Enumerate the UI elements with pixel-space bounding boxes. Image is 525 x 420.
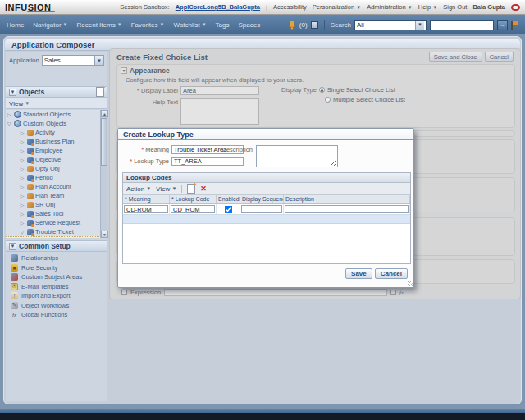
session-sandbox-link[interactable]: ApplCoreLong5B_BalaGupta — [176, 3, 260, 11]
tree-item-objective[interactable]: ▷Objective — [6, 155, 107, 164]
column-header-display-sequence[interactable]: Display Sequence — [240, 195, 284, 203]
nav-favorites[interactable]: Favorites▼ — [131, 21, 165, 29]
tree-item-business-plan[interactable]: ▷Business Plan — [6, 137, 107, 146]
tree-item-sr-obj[interactable]: ▷SR Obj — [6, 200, 107, 209]
objects-panel-header[interactable]: ▼ Objects — [6, 86, 107, 98]
collapse-icon[interactable]: ▼ — [121, 67, 127, 74]
nav-spaces[interactable]: Spaces — [239, 21, 261, 29]
row-description-input[interactable] — [285, 205, 409, 213]
action-menu-button[interactable]: Action▼ — [126, 185, 151, 193]
object-icon — [27, 175, 34, 181]
sidebar-item-role-security[interactable]: ■Role Security — [6, 263, 107, 273]
dialog-title: Create Lookup Type — [118, 129, 413, 140]
expand-icon[interactable]: ▷ — [19, 148, 25, 153]
collapse-icon[interactable]: ▼ — [9, 243, 16, 250]
multiple-select-radio[interactable] — [325, 97, 331, 103]
column-header-lookup-code[interactable]: * Lookup Code — [170, 195, 217, 203]
row-display-sequence-input[interactable] — [241, 205, 282, 213]
help-menu[interactable]: Help ▼ — [418, 3, 437, 11]
common-setup-header[interactable]: ▼ Common Setup — [6, 240, 107, 252]
tree-item-plan-team[interactable]: ▷Plan Team — [6, 191, 107, 200]
column-header-description[interactable]: Description — [284, 195, 410, 203]
cancel-button[interactable]: Cancel — [485, 52, 514, 62]
description-input[interactable] — [256, 145, 338, 167]
expression-checkbox[interactable] — [121, 290, 127, 295]
nav-tags[interactable]: Tags — [216, 21, 230, 29]
collapse-icon[interactable]: ▼ — [9, 89, 16, 96]
sidebar-item-import-export[interactable]: ↑Import and Export — [6, 291, 107, 301]
flag-icon[interactable] — [511, 21, 518, 30]
add-row-icon[interactable] — [187, 184, 195, 194]
view-menu-button[interactable]: View▼ — [9, 100, 30, 107]
sidebar-item-custom-subject-areas[interactable]: Custom Subject Areas — [6, 272, 107, 282]
collapse-icon[interactable]: ▽ — [6, 121, 12, 126]
notifications-bell-icon[interactable] — [288, 21, 296, 30]
scroll-up-icon[interactable]: ▲ — [101, 110, 108, 117]
scroll-thumb[interactable] — [101, 118, 107, 166]
tree-item-service-request[interactable]: ▷Service Request — [6, 218, 107, 227]
tree-item-period[interactable]: ▷Period — [6, 173, 107, 182]
tree-item-standard-objects[interactable]: ▷Standard Objects — [6, 110, 107, 119]
search-go-button[interactable]: → — [497, 20, 508, 30]
expand-icon[interactable]: ▷ — [19, 166, 25, 171]
expand-icon[interactable]: ▷ — [19, 202, 25, 208]
expand-icon[interactable]: ▷ — [19, 220, 25, 226]
sidebar-item-email-templates[interactable]: ✉E-Mail Templates — [6, 282, 107, 292]
tree-item-trouble-ticket[interactable]: ▽Trouble Ticket — [6, 227, 107, 236]
new-object-icon[interactable] — [96, 87, 104, 97]
table-row[interactable] — [123, 204, 410, 215]
save-and-close-button[interactable]: Save and Close — [429, 52, 482, 62]
scroll-down-icon[interactable]: ▼ — [101, 231, 108, 238]
administration-menu[interactable]: Administration ▼ — [367, 3, 413, 11]
tree-item-employee[interactable]: ▷Employee — [6, 146, 107, 155]
tree-item-sales-tool[interactable]: ▷Sales Tool — [6, 209, 107, 218]
display-label-input[interactable] — [180, 86, 259, 95]
expression-edit-icon[interactable] — [390, 290, 396, 295]
sidebar-item-relationships[interactable]: Relationships — [6, 253, 107, 263]
column-header-meaning[interactable]: * Meaning — [123, 195, 170, 203]
nav-home[interactable]: Home — [7, 21, 24, 29]
expand-icon[interactable]: ▷ — [19, 139, 25, 144]
expand-icon[interactable]: ▷ — [19, 175, 25, 180]
expand-icon[interactable]: ▷ — [19, 157, 25, 162]
nav-watchlist[interactable]: Watchlist▼ — [174, 21, 207, 29]
resize-grip[interactable] — [408, 281, 413, 286]
tree-item-fields[interactable]: Fields — [6, 236, 107, 238]
expand-icon[interactable]: ▷ — [6, 112, 12, 117]
single-select-radio[interactable] — [319, 87, 325, 93]
help-text-input[interactable] — [180, 98, 259, 125]
tree-item-activity[interactable]: ▷Activity — [6, 128, 107, 137]
personalization-menu[interactable]: Personalization ▼ — [313, 3, 361, 11]
expand-icon[interactable]: ▷ — [19, 184, 25, 189]
nav-navigator[interactable]: Navigator▼ — [33, 21, 67, 29]
row-lookup-code-input[interactable] — [171, 205, 215, 213]
tree-item-custom-objects[interactable]: ▽Custom Objects — [6, 119, 107, 128]
expand-icon[interactable]: ▷ — [19, 130, 25, 135]
row-meaning-input[interactable] — [124, 205, 168, 213]
expand-icon[interactable]: ▷ — [19, 193, 25, 199]
selected-empty-row[interactable] — [123, 215, 410, 224]
accessibility-link[interactable]: Accessibility — [273, 3, 307, 11]
tree-scrollbar[interactable]: ▲ ▼ — [100, 110, 107, 238]
dialog-cancel-button[interactable]: Cancel — [375, 268, 408, 279]
nav-recent-items[interactable]: Recent Items▼ — [77, 21, 122, 29]
tree-item-plan-account[interactable]: ▷Plan Account — [6, 182, 107, 191]
search-scope-select[interactable]: All ▼ — [354, 20, 427, 30]
calendar-icon[interactable] — [311, 21, 318, 29]
expression-input[interactable] — [164, 289, 387, 296]
application-select[interactable]: Sales ▼ — [42, 55, 104, 66]
collapse-icon[interactable]: ▽ — [19, 229, 25, 235]
view-menu-button[interactable]: View▼ — [156, 185, 176, 193]
row-enabled-checkbox[interactable] — [224, 205, 232, 213]
dialog-save-button[interactable]: Save — [345, 268, 372, 279]
sign-out-link[interactable]: Sign Out — [443, 3, 467, 11]
sidebar-item-object-workflows[interactable]: ✎Object Workflows — [6, 301, 107, 311]
sidebar-item-global-functions[interactable]: fxGlobal Functions — [6, 310, 107, 320]
column-header-enabled[interactable]: Enabled — [217, 195, 240, 203]
expand-icon[interactable]: ▷ — [19, 211, 25, 217]
lookup-type-label: * Lookup Type — [121, 158, 169, 165]
lookup-type-input[interactable] — [171, 157, 244, 166]
delete-row-icon[interactable]: ✕ — [200, 185, 207, 193]
search-input[interactable] — [430, 20, 494, 30]
tree-item-opty-obj[interactable]: ▷Opty Obj — [6, 164, 107, 173]
